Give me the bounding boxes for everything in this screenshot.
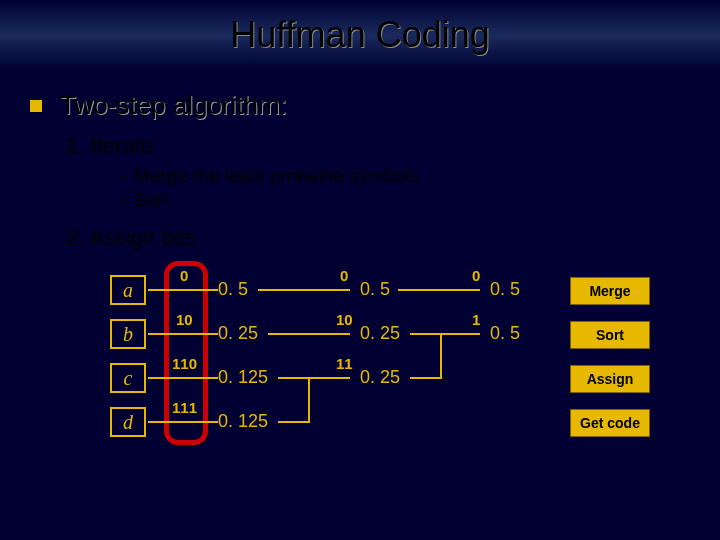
bit-a: 0 xyxy=(180,267,188,284)
symbol-a: a xyxy=(110,275,146,305)
bit2-2: 10 xyxy=(336,311,353,328)
bullet-square-icon xyxy=(30,100,42,112)
bit3-1: 0 xyxy=(472,267,480,284)
symbol-d: d xyxy=(110,407,146,437)
step-2: 2. Assign bits. xyxy=(66,225,690,251)
bullet-main-row: Two-step algorithm: xyxy=(30,90,690,121)
symbol-c: c xyxy=(110,363,146,393)
step-1b: – Sort. xyxy=(118,189,690,211)
getcode-button[interactable]: Get code xyxy=(570,409,650,437)
title-bar: Huffman Coding xyxy=(0,0,720,70)
line xyxy=(410,333,440,335)
step-1a: – Merge the least probable symbols. xyxy=(118,165,690,187)
line xyxy=(398,289,480,291)
line xyxy=(148,333,218,335)
bullet-main-text: Two-step algorithm: xyxy=(60,90,287,121)
bit2-3: 11 xyxy=(336,355,353,372)
line xyxy=(308,377,310,423)
line xyxy=(258,289,350,291)
bit2-1: 0 xyxy=(340,267,348,284)
line xyxy=(278,377,308,379)
line xyxy=(278,421,308,423)
prob-c: 0. 125 xyxy=(218,367,268,388)
prob2-2: 0. 25 xyxy=(360,323,400,344)
line xyxy=(148,289,218,291)
bit3-2: 1 xyxy=(472,311,480,328)
line xyxy=(440,333,480,335)
prob-a: 0. 5 xyxy=(218,279,248,300)
line xyxy=(148,377,218,379)
step-1: 1. Iterate: xyxy=(66,133,690,159)
prob2-1: 0. 5 xyxy=(360,279,390,300)
diagram: a b c d 0 10 110 111 0. 5 0. 25 0. 125 0… xyxy=(110,265,690,465)
bit-c: 110 xyxy=(172,355,197,372)
line xyxy=(440,333,442,379)
assign-button[interactable]: Assign xyxy=(570,365,650,393)
sort-button[interactable]: Sort xyxy=(570,321,650,349)
prob3-2: 0. 5 xyxy=(490,323,520,344)
symbol-b: b xyxy=(110,319,146,349)
prob-d: 0. 125 xyxy=(218,411,268,432)
content-area: Two-step algorithm: 1. Iterate: – Merge … xyxy=(0,70,720,485)
line xyxy=(148,421,218,423)
bit-d: 111 xyxy=(172,399,197,416)
prob3-1: 0. 5 xyxy=(490,279,520,300)
prob2-3: 0. 25 xyxy=(360,367,400,388)
line xyxy=(268,333,350,335)
bit-b: 10 xyxy=(176,311,193,328)
slide-title: Huffman Coding xyxy=(230,14,490,56)
merge-button[interactable]: Merge xyxy=(570,277,650,305)
line xyxy=(308,377,350,379)
line xyxy=(410,377,440,379)
prob-b: 0. 25 xyxy=(218,323,258,344)
